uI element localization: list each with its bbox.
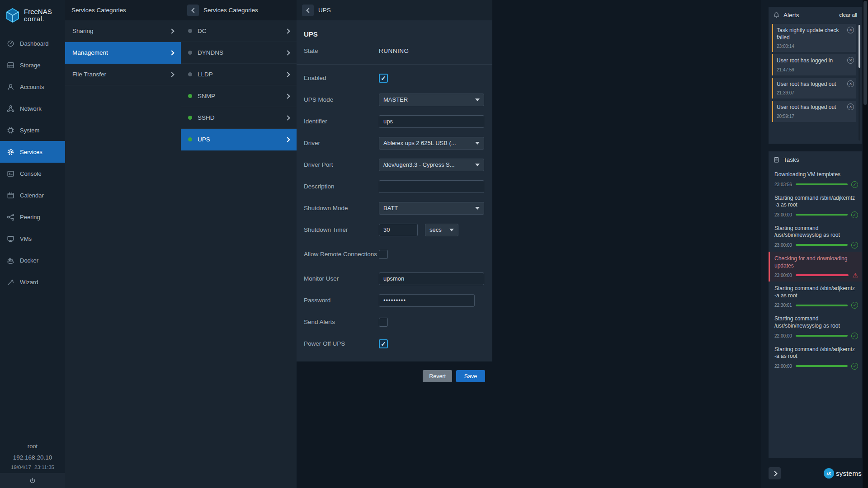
chevron-right-icon <box>285 115 290 120</box>
sidebar-item-storage[interactable]: Storage <box>0 54 65 76</box>
alerts-scrollbar[interactable] <box>859 25 860 141</box>
service-item-sshd[interactable]: SSHD <box>181 107 297 129</box>
close-icon[interactable]: × <box>847 103 854 110</box>
alerts-scrollbar-thumb[interactable] <box>859 25 860 68</box>
sidebar-item-label: System <box>20 127 39 134</box>
service-status-dot <box>188 72 192 76</box>
sidebar-item-network[interactable]: Network <box>0 98 65 119</box>
form-row-shutdown-timer: Shutdown Timer secs <box>304 219 485 241</box>
driver-select[interactable]: Ablerex ups 2 625L USB (... <box>379 137 484 150</box>
enabled-checkbox[interactable]: ✓ <box>379 74 388 83</box>
ups-mode-select[interactable]: MASTER <box>379 94 484 106</box>
field-label: Allow Remote Connections <box>304 250 379 258</box>
sidebar: FreeNAS corral. Dashboard Storage Accoun… <box>0 0 65 488</box>
chevron-right-icon <box>169 28 174 33</box>
page-scrollbar[interactable] <box>863 0 868 488</box>
form-row-identifier: Identifier <box>304 111 485 132</box>
category-item-sharing[interactable]: Sharing <box>65 20 181 42</box>
description-input[interactable] <box>379 180 484 193</box>
monitor-user-input[interactable] <box>379 272 484 285</box>
shutdown-timer-unit-select[interactable]: secs <box>425 224 458 236</box>
system-icon <box>7 127 14 134</box>
save-button[interactable]: Save <box>456 370 485 382</box>
close-icon[interactable]: × <box>847 27 854 33</box>
shutdown-timer-input[interactable] <box>379 224 418 236</box>
task-progress-bar <box>796 305 848 306</box>
field-label: Shutdown Timer <box>304 226 379 234</box>
close-icon[interactable]: × <box>847 57 854 64</box>
service-item-snmp[interactable]: SNMP <box>181 85 297 107</box>
allow-remote-checkbox[interactable]: ✓ <box>379 250 388 259</box>
field-label: Password <box>304 296 379 305</box>
sidebar-item-dashboard[interactable]: Dashboard <box>0 33 65 54</box>
panel-title: Services Categories <box>203 7 258 14</box>
revert-button[interactable]: Revert <box>423 370 452 382</box>
sidebar-item-vms[interactable]: VMs <box>0 228 65 249</box>
back-button[interactable] <box>302 5 314 16</box>
service-label: DYNDNS <box>198 49 286 56</box>
service-item-dyndns[interactable]: DYNDNS <box>181 42 297 64</box>
sidebar-item-system[interactable]: System <box>0 119 65 141</box>
clear-all-button[interactable]: clear all <box>839 12 857 18</box>
category-item-management[interactable]: Management <box>65 42 181 64</box>
category-item-file-transfer[interactable]: File Transfer <box>65 64 181 85</box>
task-progress-bar <box>796 183 848 185</box>
task-title: Downloading VM templates <box>774 171 858 178</box>
sidebar-item-calendar[interactable]: Calendar <box>0 184 65 206</box>
task-time: 22:00:00 <box>774 364 792 369</box>
close-icon[interactable]: × <box>847 80 854 87</box>
alerts-header: Alerts clear all <box>769 7 862 23</box>
brand-text: FreeNAS corral. <box>24 8 52 23</box>
identifier-input[interactable] <box>379 115 484 128</box>
brand: FreeNAS corral. <box>0 0 65 30</box>
chevron-right-icon <box>285 94 290 99</box>
alert-title: User root has logged out <box>777 104 845 111</box>
panel-title: Services Categories <box>71 7 126 14</box>
service-item-dc[interactable]: DC <box>181 20 297 42</box>
select-value: secs <box>429 226 442 233</box>
sidebar-item-label: Storage <box>20 62 41 69</box>
power-button[interactable] <box>0 473 65 488</box>
password-input[interactable] <box>379 294 475 307</box>
wizard-icon <box>7 278 14 286</box>
sidebar-item-accounts[interactable]: Accounts <box>0 76 65 98</box>
power-off-checkbox[interactable]: ✓ <box>379 339 388 348</box>
sidebar-item-label: Docker <box>20 257 38 264</box>
collapse-panel-button[interactable] <box>769 467 781 479</box>
task-item: Starting command /sbin/adjkerntz -a as r… <box>769 191 862 221</box>
check-circle-icon: ✓ <box>851 363 858 370</box>
session-time: 23:11:35 <box>33 465 55 470</box>
form-actions: Revert Save <box>423 370 485 382</box>
docker-icon <box>7 257 14 264</box>
task-meta: 22:30:01 ✓ ⚠ <box>774 302 858 309</box>
sidebar-item-wizard[interactable]: Wizard <box>0 271 65 293</box>
sidebar-item-docker[interactable]: Docker <box>0 249 65 271</box>
back-button[interactable] <box>187 5 199 16</box>
field-label: Monitor User <box>304 275 379 283</box>
service-label: DC <box>198 28 286 34</box>
alert-title: User root has logged in <box>777 57 845 65</box>
chevron-right-icon <box>285 28 290 33</box>
alert-item: User root has logged out 20:59:17 × <box>772 101 856 122</box>
vms-icon <box>7 235 14 243</box>
check-circle-icon: ✓ <box>851 211 858 218</box>
driver-port-select[interactable]: /dev/ugen3.3 - Cypress S... <box>379 159 484 171</box>
caret-down-icon <box>475 207 480 210</box>
shutdown-mode-select[interactable]: BATT <box>379 202 484 215</box>
sidebar-item-services[interactable]: Services <box>0 141 65 163</box>
service-item-ups[interactable]: UPS <box>181 129 297 150</box>
alert-item: User root has logged in 21:47:59 × <box>772 54 856 75</box>
send-alerts-checkbox[interactable]: ✓ <box>379 318 388 327</box>
task-meta: 22:00:00 ✓ ⚠ <box>774 363 858 370</box>
page-scrollbar-thumb[interactable] <box>863 1 867 105</box>
sidebar-item-console[interactable]: Console <box>0 163 65 184</box>
bell-icon <box>773 12 780 19</box>
form-row-description: Description <box>304 176 485 197</box>
check-circle-icon: ✓ <box>851 242 858 249</box>
sidebar-item-peering[interactable]: Peering <box>0 206 65 228</box>
peering-icon <box>7 213 14 221</box>
field-label: Shutdown Mode <box>304 204 379 212</box>
service-item-lldp[interactable]: LLDP <box>181 64 297 85</box>
field-label: State <box>304 47 379 55</box>
detail-panel: UPS UPS State RUNNING Enabled ✓ UPS Mode… <box>297 0 492 488</box>
